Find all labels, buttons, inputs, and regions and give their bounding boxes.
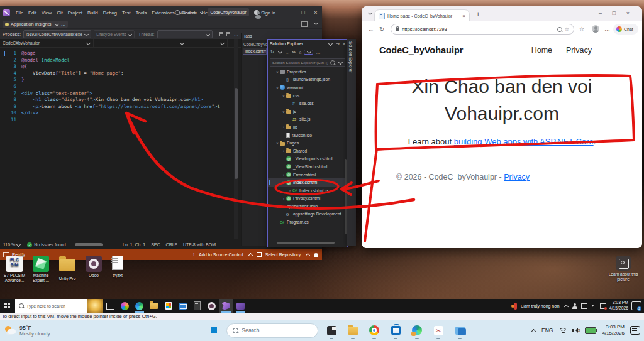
- weather-thermometer-icon[interactable]: [514, 303, 517, 310]
- host-clock[interactable]: 3:03 PM4/15/2026: [602, 324, 625, 337]
- tree-item-site-js[interactable]: site.js: [268, 116, 347, 124]
- snipping-tool-icon[interactable]: ✂: [430, 321, 447, 340]
- project-dropdown[interactable]: CodeC#byVohauipr: [0, 39, 94, 47]
- process-dropdown[interactable]: [5192] CodeC#byVohauipr.exe: [23, 30, 91, 38]
- tree-item-js[interactable]: ∨js: [268, 107, 347, 116]
- tree-item-appsettings-json[interactable]: ∨appsettings.json: [268, 202, 347, 210]
- more-debug-options[interactable]: …: [234, 31, 239, 37]
- collapse-all-icon[interactable]: ≪: [292, 50, 296, 55]
- tab-close-icon[interactable]: ×: [462, 13, 465, 19]
- battery-icon[interactable]: [585, 327, 596, 334]
- feedback-icon[interactable]: [301, 21, 308, 27]
- code-line[interactable]: 7<div class="text-center">: [0, 90, 241, 97]
- expander-closed-icon[interactable]: ›: [281, 197, 286, 200]
- vs-menu-item[interactable]: Test: [119, 10, 133, 16]
- application-insights-dropdown[interactable]: Application Insights …: [3, 21, 68, 28]
- vs-menu-item[interactable]: Tools: [133, 10, 150, 16]
- code-line[interactable]: 11: [0, 117, 241, 124]
- nav-home-link[interactable]: Home: [531, 46, 552, 55]
- back-icon[interactable]: ←: [368, 26, 374, 33]
- profile-avatar[interactable]: [592, 25, 599, 33]
- tree-item-properties[interactable]: ∨Properties: [268, 68, 347, 76]
- tree-item-favicon-ico[interactable]: favicon.ico: [268, 131, 347, 139]
- host-start-button[interactable]: [208, 322, 221, 338]
- code-line[interactable]: 8 <h1 class="display-4">Xin Chao ban den…: [0, 97, 241, 104]
- tab-index-cshtml[interactable]: Index.cshtml: [243, 48, 267, 55]
- browser-tab[interactable]: Home page - CodeC_byVohauipr ×: [374, 9, 470, 21]
- host-edge-icon[interactable]: [409, 321, 425, 340]
- learn-link[interactable]: building Web apps with ASP.NET Core: [454, 137, 594, 146]
- task-view-icon[interactable]: [103, 299, 118, 313]
- desktop-icon-try-txt[interactable]: try.txt: [104, 256, 131, 278]
- chevron-down-icon[interactable]: [328, 41, 333, 45]
- desktop-icon-machine-expert[interactable]: Machine Expert ...: [28, 256, 54, 283]
- caret-position[interactable]: Ln: 1, Ch: 1: [123, 242, 145, 247]
- tree-item-error-cshtml[interactable]: ›Error.cshtml: [268, 171, 347, 179]
- vs-menu-item[interactable]: Project: [65, 10, 85, 16]
- desktop-icon-plcsim[interactable]: PLCSIM S7-PLCSIM Advance...: [1, 256, 28, 283]
- code-line[interactable]: 3@{: [0, 63, 241, 70]
- code-editor[interactable]: CodeC#byVohauipr ⊟ 1@page2@model IndexMo…: [0, 39, 241, 239]
- code-line[interactable]: 1@page: [0, 50, 241, 57]
- notifications-bell-icon[interactable]: [314, 253, 318, 257]
- sync-icon[interactable]: ↻: [270, 50, 274, 55]
- home-icon[interactable]: ⌂: [299, 50, 301, 55]
- vs-menu-item[interactable]: Git: [54, 10, 65, 16]
- editor-scrollbar-thumb[interactable]: [235, 88, 238, 179]
- code-line[interactable]: 4 ViewData["Title"] = "Home page";: [0, 70, 241, 77]
- vm-notification-icon[interactable]: 2: [631, 301, 641, 310]
- code-line[interactable]: 5}: [0, 77, 241, 84]
- browser-minimize-button[interactable]: –: [599, 10, 602, 16]
- desktop-icon-odoo[interactable]: Odoo: [80, 256, 107, 278]
- collections-icon[interactable]: ☆: [579, 26, 584, 32]
- vs-menu-item[interactable]: View: [39, 10, 54, 16]
- host-file-explorer-icon[interactable]: [345, 321, 361, 340]
- host-store-icon[interactable]: [387, 321, 404, 340]
- app-dark-icon[interactable]: [323, 321, 340, 340]
- filter-button[interactable]: [304, 50, 313, 55]
- expander-open-icon[interactable]: ∨: [281, 94, 286, 98]
- vm-weather-text[interactable]: Cảm thấy nóng hơn: [521, 304, 560, 308]
- new-tab-button[interactable]: +: [476, 10, 480, 18]
- purple-app-icon[interactable]: [233, 299, 248, 313]
- more-options[interactable]: …: [61, 21, 66, 27]
- store-icon[interactable]: [161, 299, 175, 313]
- vs-minimize-button[interactable]: –: [284, 6, 297, 19]
- vs-menu-item[interactable]: Edit: [26, 10, 39, 16]
- expander-open-icon[interactable]: ∨: [275, 141, 280, 145]
- tree-item-lib[interactable]: ›lib: [268, 123, 347, 131]
- odoo-taskbar-icon[interactable]: [204, 299, 219, 313]
- zoom-icon[interactable]: [557, 27, 562, 32]
- nav-privacy-link[interactable]: Privacy: [566, 46, 592, 55]
- host-notification-icon[interactable]: [630, 326, 640, 335]
- file-dropdown[interactable]: [94, 39, 187, 47]
- close-icon[interactable]: ×: [343, 41, 345, 46]
- vs-menu-item[interactable]: Debug: [101, 10, 119, 16]
- copilot-taskbar-icon[interactable]: [118, 299, 132, 313]
- expander-closed-icon[interactable]: ›: [281, 125, 286, 129]
- solution-explorer-search[interactable]: Search Solution Explorer (Ctrl+;): [270, 58, 345, 67]
- zoom-level[interactable]: 110 %: [3, 242, 15, 247]
- expander-open-icon[interactable]: ∨: [275, 204, 280, 208]
- edge-taskbar-icon[interactable]: [132, 299, 147, 313]
- expander-closed-icon[interactable]: ›: [281, 149, 286, 153]
- vs-close-button[interactable]: ×: [309, 6, 322, 19]
- browser-close-button[interactable]: ×: [626, 10, 630, 16]
- vm-clock[interactable]: 3:03 PM4/15/2026: [609, 300, 628, 311]
- vmware-icon[interactable]: [452, 321, 468, 340]
- chrome-icon[interactable]: [366, 321, 382, 340]
- tree-item-wwwroot[interactable]: ∨wwwroot: [268, 84, 347, 92]
- expander-open-icon[interactable]: ∨: [275, 85, 280, 90]
- thread-dropdown[interactable]: [157, 30, 213, 38]
- flag-icon[interactable]: [219, 32, 223, 36]
- hidden-icons-chevron[interactable]: [564, 304, 569, 308]
- expander-open-icon[interactable]: ∨: [281, 109, 286, 114]
- pin-icon[interactable]: ⊸: [336, 41, 340, 46]
- line-ending[interactable]: CRLF: [166, 242, 177, 247]
- vm-search-box[interactable]: Type here to search: [15, 299, 103, 313]
- hidden-icons-chevron[interactable]: [531, 328, 536, 333]
- code-line[interactable]: 6: [0, 84, 241, 90]
- member-dropdown[interactable]: [187, 39, 228, 47]
- flag-icon[interactable]: [226, 32, 230, 36]
- tree-item-privacy-cshtml[interactable]: ›Privacy.cshtml: [268, 195, 347, 203]
